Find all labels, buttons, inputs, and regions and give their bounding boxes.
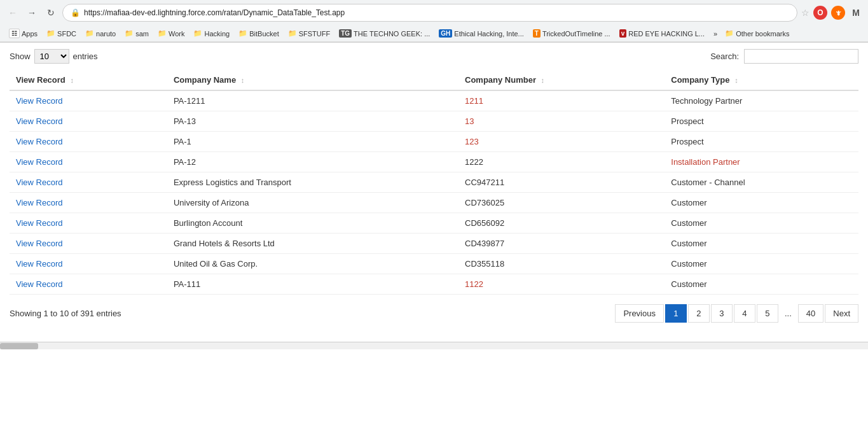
gh-icon: GH [439, 29, 452, 38]
company-type-link[interactable]: Installation Partner [671, 157, 740, 167]
company-type-cell: Customer [665, 234, 858, 254]
view-record-link[interactable]: View Record [16, 137, 62, 146]
col-company-number-label: Company Number [465, 75, 536, 85]
more-chevron-icon: » [713, 30, 717, 38]
page-40-button[interactable]: 40 [798, 304, 823, 323]
entries-select[interactable]: 10 25 50 100 [34, 49, 69, 64]
view-record-link[interactable]: View Record [16, 279, 62, 289]
bookmark-tricked-label: TrickedOutTimeline ... [542, 30, 610, 38]
view-record-cell: View Record [10, 90, 167, 111]
bookmark-redeye[interactable]: v RED EYE HACKING L... [616, 28, 708, 39]
apps-icon: ☷ [9, 29, 20, 38]
table-row: View RecordPA-1111122Customer [10, 274, 858, 295]
col-view-record[interactable]: View Record ↕ [10, 70, 167, 90]
horizontal-scrollbar[interactable] [0, 342, 868, 349]
sort-icon-company-name: ↕ [241, 76, 245, 84]
next-button[interactable]: Next [825, 304, 858, 323]
forward-button[interactable]: → [24, 5, 39, 20]
view-record-link[interactable]: View Record [16, 178, 62, 187]
view-record-cell: View Record [10, 274, 167, 295]
table-row: View RecordPA-121222Installation Partner [10, 152, 858, 172]
view-record-link[interactable]: View Record [16, 157, 62, 167]
bookmark-bitbucket[interactable]: 📁 BitBucket [235, 28, 282, 39]
view-record-link[interactable]: View Record [16, 218, 62, 228]
company-number-cell: 1211 [458, 90, 665, 111]
view-record-cell: View Record [10, 111, 167, 132]
company-number-link[interactable]: 1211 [465, 96, 483, 106]
company-type-cell: Customer - Channel [665, 172, 858, 193]
table-row: View RecordExpress Logistics and Transpo… [10, 172, 858, 193]
view-record-link[interactable]: View Record [16, 259, 62, 269]
page-3-button[interactable]: 3 [711, 304, 733, 323]
bookmark-tricked[interactable]: T TrickedOutTimeline ... [529, 28, 614, 39]
view-record-link[interactable]: View Record [16, 198, 62, 207]
col-company-name[interactable]: Company Name ↕ [167, 70, 458, 90]
view-record-link[interactable]: View Record [16, 239, 62, 248]
bookmark-sam[interactable]: 📁 sam [121, 28, 153, 39]
company-number-link[interactable]: 13 [465, 116, 474, 126]
company-number-cell: 123 [458, 132, 665, 152]
pagination-row: Showing 1 to 10 of 391 entries Previous … [10, 304, 858, 323]
bookmark-apps-label: Apps [22, 30, 38, 38]
page-ellipsis: ... [780, 305, 797, 322]
bookmark-naruto[interactable]: 📁 naruto [81, 28, 120, 39]
bookmark-hacking[interactable]: 📁 Hacking [189, 28, 233, 39]
bookmark-sfdc[interactable]: 📁 SFDC [43, 28, 80, 39]
company-name-cell: PA-12 [167, 152, 458, 172]
search-box: Search: [710, 49, 858, 64]
sort-icon-view-record: ↕ [70, 76, 74, 84]
view-record-cell: View Record [10, 254, 167, 274]
company-name-cell: University of Arizona [167, 193, 458, 213]
table-body: View RecordPA-12111211Technology Partner… [10, 90, 858, 295]
page-1-button[interactable]: 1 [665, 304, 687, 323]
other-bookmarks[interactable]: 📁 Other bookmarks [725, 29, 789, 38]
page-5-button[interactable]: 5 [757, 304, 778, 323]
search-input[interactable] [744, 49, 858, 64]
bookmark-techno-geek-label: THE TECHNO GEEK: ... [354, 30, 430, 38]
folder-icon: 📁 [46, 29, 55, 38]
table-row: View RecordPA-12111211Technology Partner [10, 90, 858, 111]
browser-chrome: ← → ↻ 🔒 https://mafiaa-dev-ed.lightning.… [0, 0, 868, 43]
page-2-button[interactable]: 2 [688, 304, 710, 323]
company-name-cell: PA-111 [167, 274, 458, 295]
entries-label: entries [73, 52, 98, 61]
company-number-link[interactable]: 1122 [465, 279, 483, 289]
col-company-number[interactable]: Company Number ↕ [458, 70, 665, 90]
bookmark-apps[interactable]: ☷ Apps [5, 27, 41, 39]
col-company-type[interactable]: Company Type ↕ [665, 70, 858, 90]
sort-icon-company-number: ↕ [541, 76, 545, 84]
opera-icon[interactable]: O [813, 6, 827, 20]
reload-button[interactable]: ↻ [43, 5, 59, 20]
company-type-cell: Customer [665, 274, 858, 295]
company-number-cell: 13 [458, 111, 665, 132]
back-button[interactable]: ← [5, 5, 20, 20]
address-bar[interactable]: 🔒 https://mafiaa-dev-ed.lightning.force.… [62, 4, 797, 22]
view-record-link[interactable]: View Record [16, 116, 62, 126]
previous-button[interactable]: Previous [615, 304, 664, 323]
col-company-type-label: Company Type [671, 75, 729, 85]
page-4-button[interactable]: 4 [734, 304, 755, 323]
bookmark-star-icon[interactable]: ☆ [801, 8, 809, 18]
v-icon: v [619, 29, 627, 38]
scrollbar-thumb[interactable] [0, 343, 38, 349]
bookmark-work[interactable]: 📁 Work [154, 28, 188, 39]
bookmark-sfstuff[interactable]: 📁 SFSTUFF [284, 28, 334, 39]
page-content: Show 10 25 50 100 entries Search: View R… [0, 43, 868, 329]
more-bookmarks-button[interactable]: » [710, 29, 721, 39]
company-name-cell: PA-1 [167, 132, 458, 152]
other-folder-icon: 📁 [725, 29, 734, 38]
table-row: View RecordUnited Oil & Gas Corp.CD35511… [10, 254, 858, 274]
company-type-cell: Prospect [665, 111, 858, 132]
extension-icon[interactable]: 🗡 [831, 6, 845, 20]
company-name-cell: PA-13 [167, 111, 458, 132]
company-number-link[interactable]: 123 [465, 137, 479, 146]
view-record-cell: View Record [10, 152, 167, 172]
mail-icon[interactable]: M [849, 6, 863, 20]
view-record-link[interactable]: View Record [16, 96, 62, 106]
bookmark-techno-geek[interactable]: TG THE TECHNO GEEK: ... [335, 28, 434, 39]
company-number-cell: CD656092 [458, 213, 665, 234]
browser-toolbar: ← → ↻ 🔒 https://mafiaa-dev-ed.lightning.… [0, 0, 868, 25]
table-row: View RecordUniversity of ArizonaCD736025… [10, 193, 858, 213]
view-record-cell: View Record [10, 213, 167, 234]
bookmark-ethical[interactable]: GH Ethical Hacking, Inte... [435, 28, 527, 39]
